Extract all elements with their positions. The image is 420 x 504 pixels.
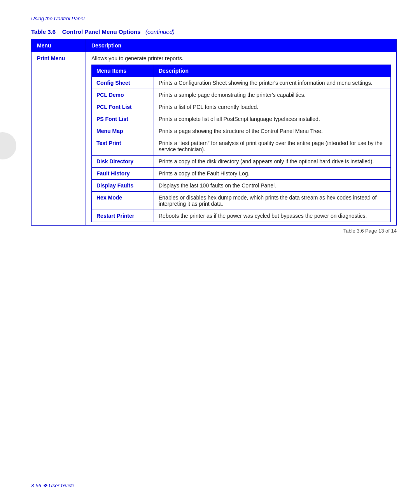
menu-item-name: Fault History <box>92 168 154 180</box>
print-menu-row: Print Menu Allows you to generate printe… <box>32 52 397 226</box>
menu-item-description: Enables or disables hex dump mode, which… <box>154 192 391 210</box>
menu-item-name: PCL Demo <box>92 89 154 101</box>
menu-item-name: PS Font List <box>92 113 154 125</box>
menu-item-description: Prints a page showing the structure of t… <box>154 125 391 137</box>
menu-item-name: Display Faults <box>92 180 154 192</box>
menu-item-description: Prints a list of PCL fonts currently loa… <box>154 101 391 113</box>
menu-item-description: Prints a sample page demonstrating the p… <box>154 89 391 101</box>
footer-note: Table 3.6 Page 13 of 14 <box>31 228 397 234</box>
menu-item-name: Test Print <box>92 137 154 156</box>
table-row: PS Font ListPrints a complete list of al… <box>92 113 391 125</box>
print-menu-label: Print Menu <box>32 52 86 226</box>
print-menu-intro: Allows you to generate printer reports. <box>91 55 391 61</box>
main-col-description: Description <box>86 39 397 52</box>
table-row: Hex ModeEnables or disables hex dump mod… <box>92 192 391 210</box>
table-row: Test PrintPrints a “test pattern” for an… <box>92 137 391 156</box>
table-row: Menu MapPrints a page showing the struct… <box>92 125 391 137</box>
decorative-circle <box>0 132 16 159</box>
table-row: Config SheetPrints a Configuration Sheet… <box>92 77 391 89</box>
menu-item-name: Disk Directory <box>92 156 154 168</box>
main-col-menu: Menu <box>32 39 86 52</box>
table-row: Fault HistoryPrints a copy of the Fault … <box>92 168 391 180</box>
inner-table: Menu Items Description Config SheetPrint… <box>91 65 391 222</box>
menu-item-description: Displays the last 100 faults on the Cont… <box>154 180 391 192</box>
table-row: Disk DirectoryPrints a copy of the disk … <box>92 156 391 168</box>
menu-item-name: Menu Map <box>92 125 154 137</box>
menu-item-description: Prints a complete list of all PostScript… <box>154 113 391 125</box>
table-row: PCL DemoPrints a sample page demonstrati… <box>92 89 391 101</box>
menu-item-name: PCL Font List <box>92 101 154 113</box>
table-continued: (continued) <box>145 28 175 35</box>
table-name: Control Panel Menu Options <box>62 28 141 35</box>
inner-col-description: Description <box>154 65 391 77</box>
print-menu-description-cell: Allows you to generate printer reports. … <box>86 52 397 226</box>
table-title: Table 3.6 Control Panel Menu Options (co… <box>31 28 397 35</box>
inner-col-menu-items: Menu Items <box>92 65 154 77</box>
menu-item-description: Prints a “test pattern” for analysis of … <box>154 137 391 156</box>
table-row: Restart PrinterReboots the printer as if… <box>92 210 391 222</box>
page-number: 3-56 ❖ User Guide <box>31 483 74 488</box>
menu-item-name: Hex Mode <box>92 192 154 210</box>
main-table: Menu Description Print Menu Allows you t… <box>31 39 397 226</box>
breadcrumb: Using the Control Panel <box>31 16 397 21</box>
table-row: Display FaultsDisplays the last 100 faul… <box>92 180 391 192</box>
menu-item-description: Prints a Configuration Sheet showing the… <box>154 77 391 89</box>
menu-item-name: Config Sheet <box>92 77 154 89</box>
menu-item-description: Prints a copy of the disk directory (and… <box>154 156 391 168</box>
table-label: Table 3.6 <box>31 28 56 35</box>
menu-item-description: Prints a copy of the Fault History Log. <box>154 168 391 180</box>
menu-item-description: Reboots the printer as if the power was … <box>154 210 391 222</box>
table-row: PCL Font ListPrints a list of PCL fonts … <box>92 101 391 113</box>
menu-item-name: Restart Printer <box>92 210 154 222</box>
